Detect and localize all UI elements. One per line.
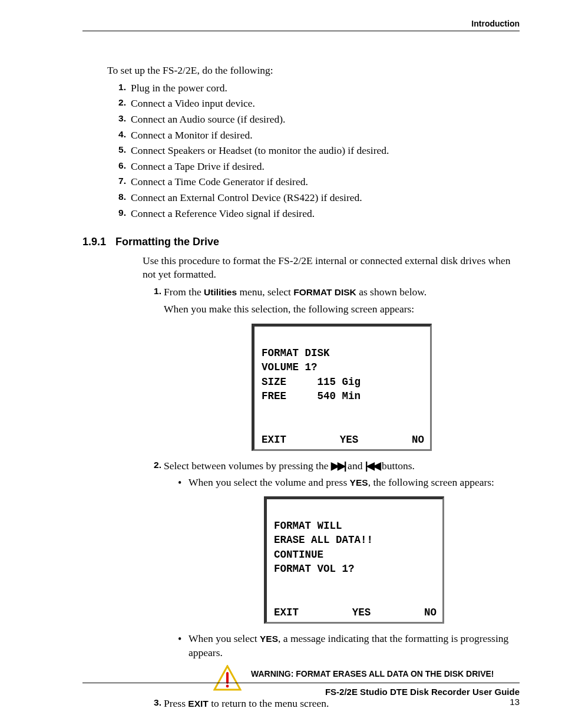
- setup-step-3: 3.Connect an Audio source (if desired).: [128, 113, 520, 127]
- step2-bullet-1: When you select the volume and press YES…: [189, 476, 520, 624]
- setup-step-2: 2.Connect a Video input device.: [128, 97, 520, 111]
- setup-step-1: 1.Plug in the power cord.: [128, 81, 520, 95]
- subsection-title: Formatting the Drive: [115, 236, 219, 248]
- lcd-screen-confirm-format: FORMAT WILL ERASE ALL DATA!! CONTINUE FO…: [264, 496, 444, 624]
- header-section: Introduction: [82, 19, 520, 28]
- step2-bullets: When you select the volume and press YES…: [164, 476, 520, 691]
- setup-step-6: 6.Connect a Tape Drive if desired.: [128, 160, 520, 174]
- format-intro-paragraph: Use this procedure to format the FS-2/2E…: [143, 254, 520, 282]
- step2-bullet-2: When you select YES, a message indicatin…: [189, 632, 520, 690]
- setup-step-5: 5.Connect Speakers or Headset (to monito…: [128, 144, 520, 158]
- setup-step-7: 7.Connect a Time Code Generator if desir…: [128, 175, 520, 189]
- footer-title: FS-2/2E Studio DTE Disk Recorder User Gu…: [82, 687, 520, 697]
- setup-step-4: 4.Connect a Monitor if desired.: [128, 129, 520, 143]
- rewind-icon: |◀◀: [365, 460, 379, 472]
- intro-paragraph: To set up the FS-2/2E, do the following:: [107, 64, 520, 78]
- procedure-step-1: 1. From the Utilities menu, select FORMA…: [164, 285, 520, 451]
- footer-page-number: 13: [82, 697, 520, 707]
- fast-forward-icon: ▶▶|: [331, 460, 345, 472]
- setup-step-9: 9.Connect a Reference Video signal if de…: [128, 207, 520, 221]
- page-footer: FS-2/2E Studio DTE Disk Recorder User Gu…: [82, 683, 520, 707]
- header-rule: [82, 31, 520, 31]
- procedure-steps: 1. From the Utilities menu, select FORMA…: [107, 285, 520, 710]
- setup-steps-list: 1.Plug in the power cord. 2.Connect a Vi…: [107, 81, 520, 221]
- subsection-heading: 1.9.1Formatting the Drive: [82, 235, 520, 249]
- setup-step-8: 8.Connect an External Control Device (RS…: [128, 191, 520, 205]
- warning-text: WARNING: FORMAT ERASES ALL DATA ON THE D…: [251, 665, 520, 680]
- subsection-number: 1.9.1: [82, 235, 115, 249]
- procedure-step-2: 2. Select between volumes by pressing th…: [164, 459, 520, 691]
- lcd-screen-format-disk: FORMAT DISK VOLUME 1? SIZE 115 Gig FREE …: [252, 324, 432, 451]
